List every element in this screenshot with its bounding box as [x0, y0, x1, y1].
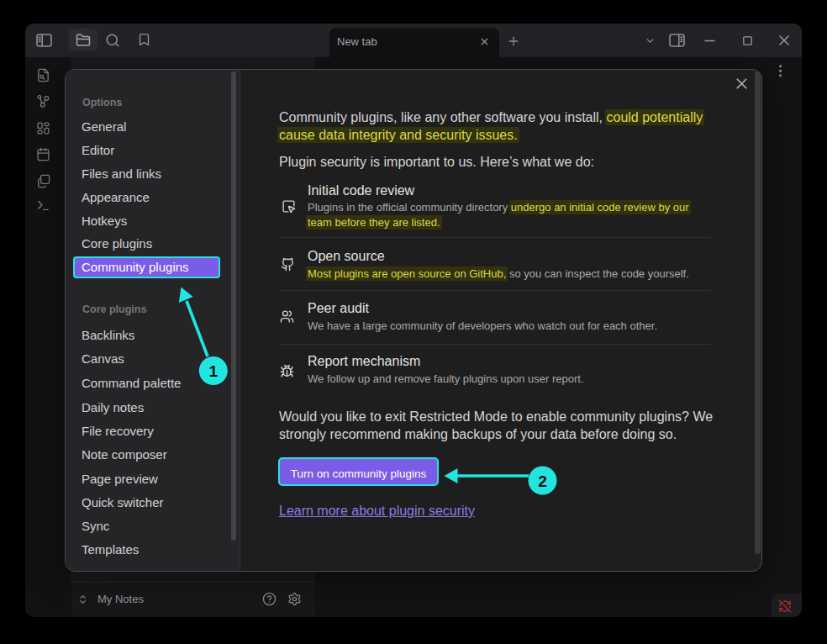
- svg-text:1: 1: [209, 362, 219, 380]
- svg-text:2: 2: [538, 472, 547, 490]
